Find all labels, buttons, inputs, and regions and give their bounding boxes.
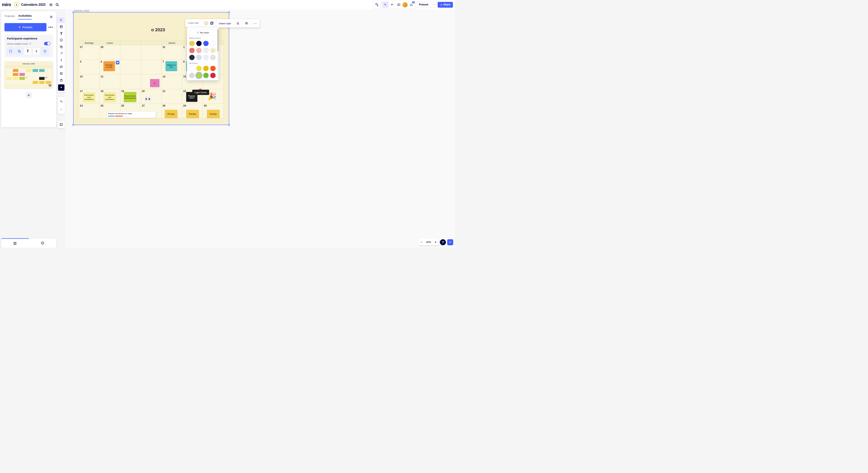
text-tool[interactable]: T xyxy=(24,48,32,55)
color-swatch[interactable] xyxy=(210,48,216,53)
more-options-icon[interactable]: ••• xyxy=(48,25,53,29)
creation-tools-toggle[interactable] xyxy=(44,42,51,45)
calendar-cell[interactable] xyxy=(120,60,141,74)
frame-thumbnail[interactable]: Setembro 2023 👀🎉 xyxy=(5,61,53,89)
sticky-note-tool[interactable] xyxy=(58,37,64,43)
calendar-cell[interactable]: 11 xyxy=(100,74,120,89)
eyes-sticker[interactable]: 👀 xyxy=(145,95,152,102)
board-title[interactable]: Calendário 2023 xyxy=(21,3,45,6)
templates-tool[interactable] xyxy=(58,24,64,30)
color-swatch[interactable] xyxy=(189,48,195,53)
sticky-note[interactable]: Reunião con MX xyxy=(103,61,115,71)
color-swatch[interactable] xyxy=(203,48,209,53)
tab-frames[interactable]: Frames xyxy=(5,14,15,20)
comment-tool[interactable] xyxy=(58,64,64,70)
tab-activities[interactable]: Activities xyxy=(18,14,32,20)
color-swatch[interactable] xyxy=(210,66,216,71)
calendar-cell[interactable]: 3 xyxy=(79,60,100,74)
color-swatch[interactable] xyxy=(203,41,209,46)
color-swatch[interactable] xyxy=(189,41,195,46)
frame-tool[interactable] xyxy=(58,70,64,77)
comment-pin-icon[interactable] xyxy=(116,61,119,64)
color-swatch[interactable] xyxy=(203,72,209,78)
fill-color-button[interactable] xyxy=(202,19,216,27)
add-frame-button[interactable]: + xyxy=(26,92,32,98)
calendar-cell[interactable]: 10 xyxy=(79,74,100,89)
reactions-icon[interactable] xyxy=(389,2,396,8)
comments-icon[interactable] xyxy=(396,2,402,8)
zoom-level[interactable]: 47% xyxy=(425,241,432,244)
main-menu-icon[interactable] xyxy=(48,2,54,8)
text-tool[interactable]: T xyxy=(58,30,64,37)
more-icon[interactable]: ••• xyxy=(251,19,259,27)
calendar-cell[interactable]: 27 xyxy=(79,45,100,60)
help-icon[interactable]: ? xyxy=(29,42,31,44)
color-swatch[interactable] xyxy=(189,66,195,71)
calendar-cell[interactable]: 31 xyxy=(162,45,182,60)
task-card[interactable]: Preparar lanzamiento en redes xyxy=(106,112,156,118)
sticky-note[interactable]: Entrevistas com candidatos xyxy=(83,92,95,102)
no-color-button[interactable]: No color xyxy=(189,29,217,35)
more-tools[interactable]: ✦ xyxy=(58,85,64,91)
calendar-cell[interactable]: 14 xyxy=(162,74,182,89)
zoom-out-button[interactable]: − xyxy=(419,239,424,245)
popover-scrollbar[interactable] xyxy=(218,29,218,78)
help-button[interactable]: ? xyxy=(440,239,446,245)
shape-tool[interactable] xyxy=(16,48,23,55)
pen-tool[interactable] xyxy=(33,48,40,55)
sticky-note[interactable]: Viagem ao HQ xyxy=(165,61,177,71)
unlock-icon[interactable] xyxy=(234,19,242,27)
notifications-icon[interactable]: 5 xyxy=(408,2,414,8)
pen-tool[interactable] xyxy=(58,57,64,63)
visibility-icon[interactable] xyxy=(242,19,251,27)
close-panel-icon[interactable] xyxy=(50,15,53,19)
ai-button[interactable]: ✦ xyxy=(447,239,453,245)
redo-icon[interactable] xyxy=(58,106,64,113)
apps-icon[interactable]: + xyxy=(374,2,380,8)
color-swatch[interactable] xyxy=(196,41,202,46)
color-swatch[interactable] xyxy=(189,55,195,60)
calendar-cell[interactable] xyxy=(120,45,141,60)
user-avatar[interactable] xyxy=(402,2,408,8)
frames-mode-icon[interactable] xyxy=(1,238,29,248)
sticky-note[interactable]: Férias xyxy=(165,110,177,118)
sticky-note[interactable]: Férias xyxy=(207,110,220,118)
color-swatch[interactable] xyxy=(196,72,202,78)
color-swatch[interactable] xyxy=(203,66,209,71)
calendar-cell[interactable]: 28 xyxy=(100,45,120,60)
upload-tool[interactable] xyxy=(58,77,64,84)
sticky-note[interactable]: Férias xyxy=(186,110,199,118)
calendar-cell[interactable] xyxy=(120,74,141,89)
plan-badge[interactable]: 2 xyxy=(14,2,19,7)
frame-label[interactable]: Setembro 2023 xyxy=(74,9,89,12)
thumb-action-icon[interactable] xyxy=(48,85,51,88)
select-style-button[interactable]: Select style xyxy=(216,19,234,27)
present-button[interactable]: Present xyxy=(416,2,431,8)
color-swatch[interactable] xyxy=(196,66,202,71)
color-swatch[interactable] xyxy=(196,55,202,60)
undo-icon[interactable] xyxy=(58,98,64,105)
zoom-in-button[interactable]: + xyxy=(433,239,438,245)
calendar-cell[interactable]: 24 xyxy=(79,103,100,118)
sticky-note[interactable]: e xyxy=(150,79,159,87)
color-swatch[interactable] xyxy=(203,55,209,60)
history-mode-icon[interactable] xyxy=(29,238,56,248)
sticky-note[interactable]: Entrevistas com candidatos xyxy=(103,92,116,102)
collapse-panel-icon[interactable] xyxy=(58,121,65,128)
color-swatch[interactable] xyxy=(210,55,216,60)
present-main-button[interactable]: Present xyxy=(5,23,46,31)
sticky-note[interactable]: Reunión para contrataciones xyxy=(124,92,136,102)
ratio-button[interactable]: Custom ratio xyxy=(185,19,202,27)
emoji-tool[interactable] xyxy=(41,48,49,55)
sticky-tool[interactable] xyxy=(7,48,14,55)
arrow-tool[interactable] xyxy=(58,51,64,57)
color-swatch[interactable] xyxy=(210,41,216,46)
color-swatch[interactable] xyxy=(196,48,202,53)
color-swatch[interactable] xyxy=(210,72,216,78)
calendar-cell[interactable] xyxy=(141,45,162,60)
color-swatch[interactable] xyxy=(189,72,195,78)
search-icon[interactable] xyxy=(54,2,60,8)
present-dropdown[interactable] xyxy=(431,2,436,7)
cursor-tool-icon[interactable] xyxy=(382,2,389,8)
calendar-cell[interactable] xyxy=(141,60,162,74)
